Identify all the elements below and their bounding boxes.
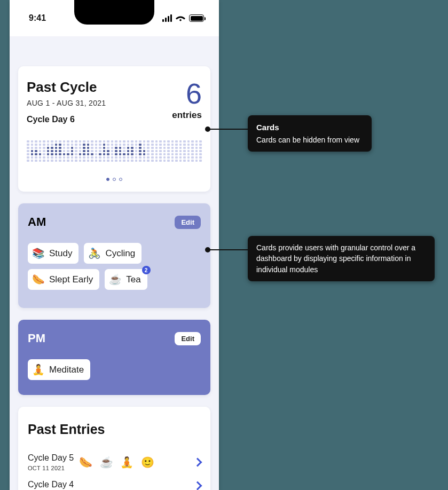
cycle-count: 6 entries xyxy=(172,79,202,121)
cycle-count-label: entries xyxy=(172,110,202,121)
chip-badge: 2 xyxy=(142,266,151,274)
entry-text: Cycle Day 4 xyxy=(28,480,74,490)
annotation-1-title: Cards xyxy=(256,122,363,133)
annotation-2: Cards provide users with granular contro… xyxy=(248,236,435,281)
battery-icon xyxy=(189,14,204,22)
chip-emoji: 🧘 xyxy=(32,363,45,376)
entry-row-0[interactable]: Cycle Day 5OCT 11 2021🌭 ☕ 🧘 🙂 xyxy=(28,449,201,476)
annotation-1-body: Cards can be hidden from view xyxy=(256,136,359,144)
content-scroll[interactable]: Past Cycle AUG 1 - AUG 31, 2021 Cycle Da… xyxy=(10,36,219,490)
cycle-day: Cycle Day 6 xyxy=(27,115,106,124)
cycle-bar-chart xyxy=(27,137,202,162)
entry-title: Cycle Day 4 xyxy=(28,480,74,489)
chip-emoji: 🌭 xyxy=(32,273,45,286)
chevron-right-icon xyxy=(193,481,202,490)
pager-dot-3[interactable] xyxy=(119,178,122,181)
entries-title: Past Entries xyxy=(28,422,201,437)
pager-dot-2[interactable] xyxy=(113,178,116,181)
chip-label: Meditate xyxy=(49,365,84,375)
signal-icon xyxy=(162,14,172,22)
chip-label: Cycling xyxy=(105,248,135,259)
annotation-1: Cards Cards can be hidden from view xyxy=(248,115,372,152)
status-bar: 9:41 xyxy=(10,0,219,36)
entry-date: OCT 11 2021 xyxy=(28,465,74,471)
cycle-summary: Past Cycle AUG 1 - AUG 31, 2021 Cycle Da… xyxy=(27,79,106,124)
chip-emoji: 🚴 xyxy=(88,247,101,259)
annotation-2-leader xyxy=(208,249,248,250)
status-time: 9:41 xyxy=(29,13,46,23)
notch xyxy=(74,0,154,25)
pm-chip-0[interactable]: 🧘Meditate xyxy=(28,359,90,380)
chip-label: Tea xyxy=(126,274,140,285)
am-chip-2[interactable]: 🌭Slept Early xyxy=(28,269,99,290)
pm-title: PM xyxy=(28,331,45,345)
chip-emoji: ☕ xyxy=(109,273,122,286)
am-chip-1[interactable]: 🚴Cycling xyxy=(84,243,142,264)
pager-dot-1[interactable] xyxy=(106,178,109,181)
status-icons xyxy=(162,14,204,22)
pager-dots[interactable] xyxy=(27,178,202,181)
pm-card[interactable]: PM Edit 🧘Meditate xyxy=(18,320,210,395)
entry-row-1[interactable]: Cycle Day 4 xyxy=(28,476,201,490)
past-cycle-card[interactable]: Past Cycle AUG 1 - AUG 31, 2021 Cycle Da… xyxy=(18,66,210,192)
cycle-range: AUG 1 - AUG 31, 2021 xyxy=(27,99,106,107)
annotation-2-body: Cards provide users with granular contro… xyxy=(256,243,415,274)
chevron-right-icon xyxy=(193,458,202,467)
chip-label: Slept Early xyxy=(49,274,93,285)
entry-emojis: 🌭 ☕ 🧘 🙂 xyxy=(74,456,194,469)
pm-edit-button[interactable]: Edit xyxy=(175,332,201,345)
entry-title: Cycle Day 5 xyxy=(28,453,74,463)
am-chip-3[interactable]: ☕Tea2 xyxy=(105,269,147,290)
entry-text: Cycle Day 5OCT 11 2021 xyxy=(28,453,74,471)
past-entries-card[interactable]: Past Entries Cycle Day 5OCT 11 2021🌭 ☕ 🧘… xyxy=(18,407,210,490)
am-title: AM xyxy=(28,215,46,229)
am-chips: 📚Study🚴Cycling🌭Slept Early☕Tea2 xyxy=(28,243,201,290)
am-edit-button[interactable]: Edit xyxy=(175,216,201,229)
wifi-icon xyxy=(176,14,185,22)
annotation-1-leader xyxy=(208,129,248,130)
am-chip-0[interactable]: 📚Study xyxy=(28,243,78,264)
chip-emoji: 📚 xyxy=(32,247,45,259)
chip-label: Study xyxy=(49,248,72,259)
cycle-title: Past Cycle xyxy=(27,79,106,96)
cycle-count-number: 6 xyxy=(172,79,202,108)
pm-chips: 🧘Meditate xyxy=(28,359,201,380)
am-card[interactable]: AM Edit 📚Study🚴Cycling🌭Slept Early☕Tea2 xyxy=(18,203,210,308)
phone-frame: 9:41 Past Cycle AUG 1 - AUG 31, 2021 Cyc… xyxy=(10,0,219,490)
